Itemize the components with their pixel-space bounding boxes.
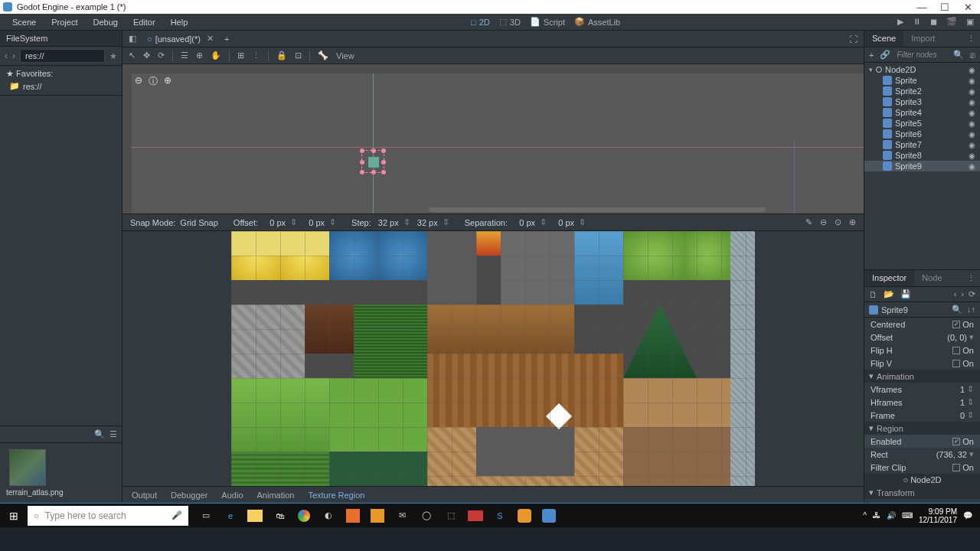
taskbar-app-icon[interactable] bbox=[371, 509, 384, 523]
inspector-class-node2d[interactable]: ○ Node2D bbox=[864, 474, 980, 486]
mic-icon[interactable]: 🎤 bbox=[172, 510, 182, 520]
menu-scene[interactable]: Scene bbox=[6, 16, 42, 28]
taskbar-app-icon[interactable]: ◐ bbox=[317, 505, 340, 527]
minimize-button[interactable]: — bbox=[913, 2, 931, 13]
region-edit-icon[interactable]: ✎ bbox=[805, 217, 812, 227]
maximize-button[interactable]: ☐ bbox=[936, 2, 954, 13]
taskbar-godot-icon[interactable] bbox=[542, 509, 556, 523]
search-icon[interactable]: 🔍 bbox=[94, 429, 105, 439]
nav-back-icon[interactable]: ‹ bbox=[5, 51, 8, 61]
tray-network-icon[interactable]: 🖧 bbox=[873, 511, 880, 520]
visibility-icon[interactable]: ◉ bbox=[969, 141, 975, 149]
visibility-icon[interactable]: ◉ bbox=[969, 66, 975, 74]
tab-scene[interactable]: Scene bbox=[864, 31, 903, 47]
visibility-icon[interactable]: ◉ bbox=[969, 119, 975, 128]
add-node-icon[interactable]: + bbox=[869, 51, 874, 60]
file-thumb[interactable]: terrain_atlas.png bbox=[6, 449, 49, 497]
play-custom-button[interactable]: ▣ bbox=[966, 17, 974, 27]
scene-tab-unsaved[interactable]: ○ [unsaved](*) ✕ bbox=[142, 32, 218, 45]
nav-forward-icon[interactable]: › bbox=[12, 51, 15, 61]
texture-region-editor[interactable] bbox=[122, 231, 864, 486]
prop-offset[interactable]: (0, 0) ▾ bbox=[947, 332, 974, 342]
cortana-search[interactable]: ○ Type here to search 🎤 bbox=[28, 506, 188, 526]
zoom-in-icon[interactable]: ⊕ bbox=[164, 75, 172, 88]
group-icon[interactable]: ⊡ bbox=[295, 51, 302, 60]
tab-texture-region[interactable]: Texture Region bbox=[308, 491, 364, 500]
prop-fliph[interactable]: On bbox=[952, 346, 974, 355]
region-zoom-reset-icon[interactable]: ⊙ bbox=[835, 217, 841, 227]
prop-position[interactable]: (0, 0) ▾ bbox=[947, 500, 974, 503]
taskbar-app-icon[interactable] bbox=[518, 509, 531, 523]
list-view-icon[interactable]: ☰ bbox=[109, 429, 117, 439]
list-select-icon[interactable]: ☰ bbox=[181, 51, 188, 60]
tab-import[interactable]: Import bbox=[903, 31, 942, 47]
pan-icon[interactable]: ✋ bbox=[211, 51, 221, 60]
viewport[interactable]: ⊖ ⓘ ⊕ bbox=[122, 64, 864, 214]
close-tab-icon[interactable]: ✕ bbox=[207, 34, 214, 44]
snap-mode-value[interactable]: Grid Snap bbox=[180, 218, 218, 227]
sep-x[interactable]: 0 px bbox=[512, 218, 535, 227]
taskbar-app-icon[interactable]: ◯ bbox=[415, 505, 438, 527]
tree-node[interactable]: Sprite5◉ bbox=[864, 118, 980, 129]
tree-node[interactable]: Sprite3◉ bbox=[864, 96, 980, 107]
filter-nodes-input[interactable]: Filter nodes bbox=[897, 51, 947, 59]
start-button[interactable]: ⊞ bbox=[0, 504, 28, 528]
prop-centered[interactable]: ✓ On bbox=[952, 320, 974, 329]
res-folder[interactable]: 📁 res:// bbox=[6, 80, 116, 92]
tab-output[interactable]: Output bbox=[132, 491, 157, 500]
visibility-icon[interactable]: ◉ bbox=[969, 130, 975, 139]
tab-node[interactable]: Node bbox=[914, 270, 949, 286]
view-menu[interactable]: View bbox=[336, 51, 354, 60]
tree-node-selected[interactable]: Sprite9◉ bbox=[864, 161, 980, 171]
save-resource-icon[interactable]: 💾 bbox=[900, 289, 911, 299]
prop-filter-clip[interactable]: On bbox=[952, 463, 974, 472]
bone-icon[interactable]: 🦴 bbox=[318, 51, 328, 60]
tree-node[interactable]: Sprite2◉ bbox=[864, 86, 980, 96]
task-view-icon[interactable]: ▭ bbox=[194, 505, 217, 527]
workspace-2d[interactable]: □ 2D bbox=[471, 17, 490, 27]
snap-config-icon[interactable]: ⋮ bbox=[252, 51, 260, 60]
zoom-reset-icon[interactable]: ⓘ bbox=[149, 75, 158, 88]
tray-lang-icon[interactable]: ⌨ bbox=[902, 511, 913, 520]
tree-node[interactable]: Sprite8◉ bbox=[864, 150, 980, 161]
new-tab-icon[interactable]: + bbox=[224, 34, 229, 44]
tray-up-icon[interactable]: ^ bbox=[863, 511, 867, 520]
tray-volume-icon[interactable]: 🔊 bbox=[887, 511, 896, 520]
history-icon[interactable]: ⟳ bbox=[969, 289, 975, 299]
prop-vframes[interactable]: 1 ⇕ bbox=[960, 384, 974, 394]
node-root[interactable]: ▾ Node2D ◉ bbox=[864, 64, 980, 75]
taskbar-mail-icon[interactable]: ✉ bbox=[390, 505, 413, 527]
taskbar-skype-icon[interactable]: S bbox=[488, 505, 511, 527]
step-x[interactable]: 32 px bbox=[376, 218, 399, 227]
notifications-icon[interactable]: 💬 bbox=[963, 511, 972, 520]
prop-flipv[interactable]: On bbox=[952, 359, 974, 368]
history-next-icon[interactable]: › bbox=[961, 289, 964, 299]
tab-animation[interactable]: Animation bbox=[257, 491, 295, 500]
taskbar-clock[interactable]: 9:09 PM 12/11/2017 bbox=[919, 507, 957, 524]
rotate-mode-icon[interactable]: ⟳ bbox=[158, 51, 165, 60]
taskbar-explorer-icon[interactable] bbox=[247, 510, 263, 522]
taskbar-app-icon[interactable] bbox=[468, 510, 483, 521]
zoom-out-icon[interactable]: ⊖ bbox=[135, 75, 142, 88]
expand-icon[interactable]: ⛶ bbox=[849, 34, 858, 44]
sep-y[interactable]: 0 px bbox=[551, 218, 574, 227]
history-prev-icon[interactable]: ‹ bbox=[954, 289, 957, 299]
obj-search-icon[interactable]: 🔍 bbox=[952, 305, 962, 315]
step-y[interactable]: 32 px bbox=[415, 218, 438, 227]
play-scene-button[interactable]: 🎬 bbox=[946, 17, 957, 27]
tree-node[interactable]: Sprite4◉ bbox=[864, 107, 980, 118]
prop-frame[interactable]: 0 ⇕ bbox=[960, 410, 974, 420]
tree-node[interactable]: Sprite6◉ bbox=[864, 129, 980, 139]
dock-options-icon[interactable]: ⋮ bbox=[962, 31, 980, 47]
menu-debug[interactable]: Debug bbox=[87, 16, 123, 28]
pause-button[interactable]: ⏸ bbox=[913, 17, 921, 27]
move-mode-icon[interactable]: ✥ bbox=[143, 51, 150, 60]
pivot-icon[interactable]: ⊕ bbox=[196, 51, 203, 60]
menu-help[interactable]: Help bbox=[165, 16, 194, 28]
tree-node[interactable]: Sprite◉ bbox=[864, 75, 980, 86]
taskbar-app-icon[interactable]: ⬚ bbox=[439, 505, 462, 527]
close-button[interactable]: ✕ bbox=[959, 2, 977, 13]
offset-x[interactable]: 0 px bbox=[263, 218, 286, 227]
filter-search-icon[interactable]: 🔍 bbox=[953, 50, 964, 60]
link-icon[interactable]: 🔗 bbox=[880, 50, 890, 60]
